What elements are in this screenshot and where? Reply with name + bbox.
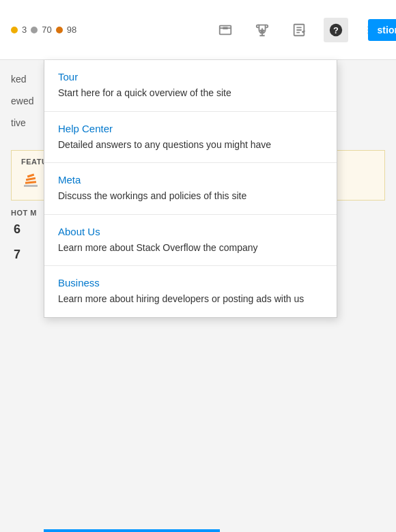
trophy-icon[interactable] [250,18,274,42]
bg-text-active: tive [11,117,33,128]
help-dropdown: Tour Start here for a quick overview of … [44,60,337,318]
help-icon[interactable]: ? [324,18,348,42]
dot-count-2: 70 [42,25,51,35]
dot-yellow [11,27,18,33]
about-us-description: Learn more about Stack Overflow the comp… [58,241,323,255]
scroll-indicator [44,529,337,532]
inbox-icon[interactable] [213,18,238,42]
svg-rect-9 [24,185,38,187]
review-icon[interactable] [287,18,311,42]
dropdown-item-help-center[interactable]: Help Center Detailed answers to any ques… [44,112,337,164]
header-icons: ? [213,18,385,42]
header: 3 70 98 [0,0,396,60]
dot-count-1: 3 [22,25,27,35]
bg-text-viewed: ewed [11,95,33,106]
help-center-description: Detailed answers to any questions you mi… [58,138,323,152]
tour-link[interactable]: Tour [58,71,323,83]
dropdown-item-meta[interactable]: Meta Discuss the workings and policies o… [44,163,337,215]
help-center-link[interactable]: Help Center [58,123,323,134]
dot-gray [31,27,38,33]
dropdown-item-business[interactable]: Business Learn more about hiring develop… [44,266,337,317]
business-description: Learn more about hiring developers or po… [58,293,323,306]
svg-text:?: ? [333,25,339,35]
business-link[interactable]: Business [58,277,323,289]
dropdown-item-tour[interactable]: Tour Start here for a quick overview of … [44,60,337,112]
dot-count-3: 98 [67,25,76,35]
bg-text-asked: ked [11,74,33,85]
notification-dots: 3 70 98 [11,25,76,35]
about-us-link[interactable]: About Us [58,226,323,237]
dot-orange [56,27,63,33]
svg-rect-11 [26,177,36,181]
meta-link[interactable]: Meta [58,174,323,186]
svg-rect-1 [223,27,227,29]
svg-rect-12 [27,174,34,178]
svg-rect-10 [25,181,36,183]
meta-description: Discuss the workings and policies of thi… [58,190,323,203]
tour-description: Start here for a quick overview of the s… [58,87,323,100]
dropdown-item-about-us[interactable]: About Us Learn more about Stack Overflow… [44,215,337,267]
ask-question-button[interactable]: stion [368,19,396,41]
